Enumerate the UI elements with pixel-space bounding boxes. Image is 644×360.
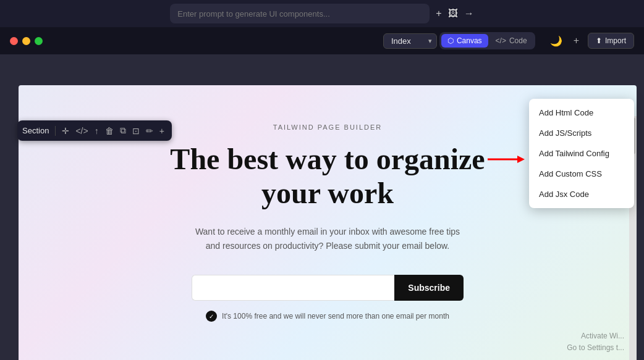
code-view-button[interactable]: </> Code: [489, 34, 533, 48]
minimize-button[interactable]: [22, 37, 30, 45]
subscribe-button[interactable]: Subscribe: [394, 275, 464, 301]
image-icon[interactable]: 🖼: [448, 8, 458, 19]
free-note: ✓ It's 100% free and we will never send …: [206, 311, 449, 322]
top-bar: + 🖼 →: [0, 0, 644, 27]
prompt-input-wrap[interactable]: [170, 4, 430, 23]
window-controls: [10, 37, 43, 45]
dropdown-menu: Add Html Code Add JS/Scripts Add Tailwin…: [529, 99, 634, 208]
canvas-view-button[interactable]: ⬡ Canvas: [441, 34, 488, 48]
svg-marker-1: [517, 156, 525, 163]
subscribe-row: Subscribe: [192, 275, 464, 301]
canvas-area: Section ✛ </> ↑ 🗑 ⧉ ⊡ ✏ + TAILWIND PAGE …: [0, 54, 644, 360]
theme-toggle-button[interactable]: 🌙: [548, 33, 565, 49]
copy-icon[interactable]: ⧉: [117, 123, 129, 138]
check-icon: ✓: [206, 311, 217, 322]
section-toolbar: Section ✛ </> ↑ 🗑 ⧉ ⊡ ✏ +: [17, 120, 172, 141]
add-icon[interactable]: +: [436, 8, 441, 19]
page-select-wrap: Index About Contact ▾: [383, 33, 432, 49]
prompt-input[interactable]: [177, 9, 422, 19]
section-label: Section: [22, 126, 49, 135]
email-input[interactable]: [192, 275, 394, 301]
canvas-icon: ⬡: [447, 36, 454, 45]
close-button[interactable]: [10, 37, 18, 45]
view-toggle: ⬡ Canvas </> Code: [439, 32, 535, 49]
import-icon: ⬆: [596, 36, 602, 45]
edit-icon[interactable]: ✏: [143, 124, 156, 138]
watermark: Activate Wi... Go to Settings t...: [567, 330, 624, 354]
add-tailwind-config-item[interactable]: Add Tailwind Config: [529, 143, 634, 164]
add-jsx-code-item[interactable]: Add Jsx Code: [529, 184, 634, 204]
add-custom-css-item[interactable]: Add Custom CSS: [529, 164, 634, 184]
add-button[interactable]: +: [571, 33, 582, 49]
title-bar: Index About Contact ▾ ⬡ Canvas </> Code …: [0, 27, 644, 54]
hero-eyebrow: TAILWIND PAGE BUILDER: [273, 123, 382, 131]
add-html-code-item[interactable]: Add Html Code: [529, 103, 634, 123]
hero-description: Want to receive a monthly email in your …: [192, 225, 464, 253]
move-icon[interactable]: ✛: [59, 124, 72, 138]
arrow-icon[interactable]: →: [464, 8, 474, 19]
responsive-icon[interactable]: ⊡: [130, 124, 142, 138]
page-select[interactable]: Index About Contact: [383, 33, 437, 49]
add-js-scripts-item[interactable]: Add JS/Scripts: [529, 123, 634, 143]
code-snippet-icon[interactable]: </>: [73, 124, 90, 138]
add-element-icon[interactable]: +: [157, 124, 167, 138]
hero-title: The best way to organize your work: [167, 142, 488, 210]
maximize-button[interactable]: [35, 37, 43, 45]
toolbar-separator: [55, 126, 56, 136]
up-icon[interactable]: ↑: [92, 124, 101, 138]
delete-icon[interactable]: 🗑: [103, 124, 116, 138]
red-arrow-indicator: [488, 153, 525, 168]
top-bar-icons: + 🖼 →: [436, 8, 473, 19]
code-icon: </>: [496, 36, 506, 45]
import-button[interactable]: ⬆ Import: [588, 33, 634, 49]
title-bar-right: 🌙 + ⬆ Import: [548, 33, 634, 49]
